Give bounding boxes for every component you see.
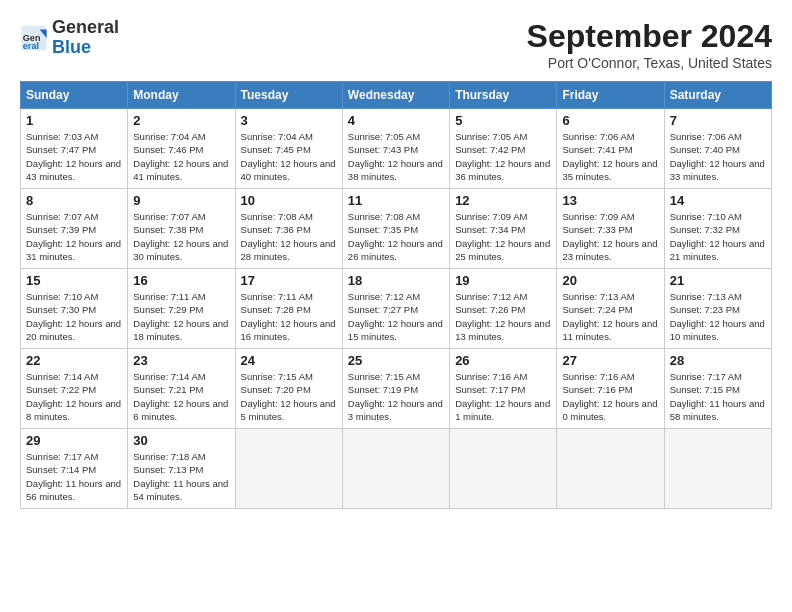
svg-text:eral: eral [23,41,39,51]
day-number: 19 [455,273,551,288]
calendar: Sunday Monday Tuesday Wednesday Thursday… [20,81,772,509]
calendar-day-4: 4Sunrise: 7:05 AMSunset: 7:43 PMDaylight… [342,109,449,189]
calendar-day-22: 22Sunrise: 7:14 AMSunset: 7:22 PMDayligh… [21,349,128,429]
day-number: 4 [348,113,444,128]
calendar-day-empty [450,429,557,509]
day-info: Sunrise: 7:18 AMSunset: 7:13 PMDaylight:… [133,450,229,503]
day-info: Sunrise: 7:08 AMSunset: 7:35 PMDaylight:… [348,210,444,263]
calendar-day-12: 12Sunrise: 7:09 AMSunset: 7:34 PMDayligh… [450,189,557,269]
day-info: Sunrise: 7:11 AMSunset: 7:29 PMDaylight:… [133,290,229,343]
calendar-day-16: 16Sunrise: 7:11 AMSunset: 7:29 PMDayligh… [128,269,235,349]
calendar-day-empty [235,429,342,509]
logo-general: General [52,17,119,37]
calendar-day-11: 11Sunrise: 7:08 AMSunset: 7:35 PMDayligh… [342,189,449,269]
day-info: Sunrise: 7:05 AMSunset: 7:43 PMDaylight:… [348,130,444,183]
day-info: Sunrise: 7:16 AMSunset: 7:17 PMDaylight:… [455,370,551,423]
month-title: September 2024 [527,18,772,55]
day-number: 13 [562,193,658,208]
calendar-day-6: 6Sunrise: 7:06 AMSunset: 7:41 PMDaylight… [557,109,664,189]
day-info: Sunrise: 7:14 AMSunset: 7:22 PMDaylight:… [26,370,122,423]
day-number: 16 [133,273,229,288]
day-number: 7 [670,113,766,128]
calendar-day-30: 30Sunrise: 7:18 AMSunset: 7:13 PMDayligh… [128,429,235,509]
day-number: 2 [133,113,229,128]
day-number: 1 [26,113,122,128]
header-tuesday: Tuesday [235,82,342,109]
day-number: 29 [26,433,122,448]
day-number: 28 [670,353,766,368]
calendar-day-20: 20Sunrise: 7:13 AMSunset: 7:24 PMDayligh… [557,269,664,349]
day-info: Sunrise: 7:04 AMSunset: 7:45 PMDaylight:… [241,130,337,183]
day-info: Sunrise: 7:07 AMSunset: 7:38 PMDaylight:… [133,210,229,263]
day-number: 8 [26,193,122,208]
calendar-week-3: 15Sunrise: 7:10 AMSunset: 7:30 PMDayligh… [21,269,772,349]
weekday-header-row: Sunday Monday Tuesday Wednesday Thursday… [21,82,772,109]
day-number: 25 [348,353,444,368]
title-area: September 2024 Port O'Connor, Texas, Uni… [527,18,772,71]
header-wednesday: Wednesday [342,82,449,109]
logo-icon: Gen eral [20,24,48,52]
day-number: 21 [670,273,766,288]
calendar-day-13: 13Sunrise: 7:09 AMSunset: 7:33 PMDayligh… [557,189,664,269]
day-number: 5 [455,113,551,128]
calendar-day-27: 27Sunrise: 7:16 AMSunset: 7:16 PMDayligh… [557,349,664,429]
calendar-week-2: 8Sunrise: 7:07 AMSunset: 7:39 PMDaylight… [21,189,772,269]
day-number: 23 [133,353,229,368]
day-info: Sunrise: 7:09 AMSunset: 7:34 PMDaylight:… [455,210,551,263]
day-info: Sunrise: 7:05 AMSunset: 7:42 PMDaylight:… [455,130,551,183]
day-number: 18 [348,273,444,288]
calendar-day-23: 23Sunrise: 7:14 AMSunset: 7:21 PMDayligh… [128,349,235,429]
calendar-day-29: 29Sunrise: 7:17 AMSunset: 7:14 PMDayligh… [21,429,128,509]
calendar-day-9: 9Sunrise: 7:07 AMSunset: 7:38 PMDaylight… [128,189,235,269]
day-info: Sunrise: 7:12 AMSunset: 7:27 PMDaylight:… [348,290,444,343]
day-info: Sunrise: 7:06 AMSunset: 7:40 PMDaylight:… [670,130,766,183]
calendar-day-2: 2Sunrise: 7:04 AMSunset: 7:46 PMDaylight… [128,109,235,189]
day-number: 26 [455,353,551,368]
calendar-day-empty [557,429,664,509]
day-number: 3 [241,113,337,128]
day-number: 22 [26,353,122,368]
location: Port O'Connor, Texas, United States [527,55,772,71]
calendar-day-empty [342,429,449,509]
day-number: 20 [562,273,658,288]
calendar-day-1: 1Sunrise: 7:03 AMSunset: 7:47 PMDaylight… [21,109,128,189]
calendar-day-26: 26Sunrise: 7:16 AMSunset: 7:17 PMDayligh… [450,349,557,429]
day-number: 15 [26,273,122,288]
calendar-day-14: 14Sunrise: 7:10 AMSunset: 7:32 PMDayligh… [664,189,771,269]
day-info: Sunrise: 7:13 AMSunset: 7:23 PMDaylight:… [670,290,766,343]
calendar-day-21: 21Sunrise: 7:13 AMSunset: 7:23 PMDayligh… [664,269,771,349]
day-info: Sunrise: 7:14 AMSunset: 7:21 PMDaylight:… [133,370,229,423]
calendar-day-15: 15Sunrise: 7:10 AMSunset: 7:30 PMDayligh… [21,269,128,349]
day-info: Sunrise: 7:09 AMSunset: 7:33 PMDaylight:… [562,210,658,263]
logo: Gen eral General Blue [20,18,119,58]
day-number: 12 [455,193,551,208]
day-info: Sunrise: 7:11 AMSunset: 7:28 PMDaylight:… [241,290,337,343]
calendar-day-18: 18Sunrise: 7:12 AMSunset: 7:27 PMDayligh… [342,269,449,349]
day-info: Sunrise: 7:07 AMSunset: 7:39 PMDaylight:… [26,210,122,263]
day-info: Sunrise: 7:08 AMSunset: 7:36 PMDaylight:… [241,210,337,263]
calendar-day-28: 28Sunrise: 7:17 AMSunset: 7:15 PMDayligh… [664,349,771,429]
calendar-day-19: 19Sunrise: 7:12 AMSunset: 7:26 PMDayligh… [450,269,557,349]
calendar-day-5: 5Sunrise: 7:05 AMSunset: 7:42 PMDaylight… [450,109,557,189]
day-info: Sunrise: 7:04 AMSunset: 7:46 PMDaylight:… [133,130,229,183]
calendar-week-1: 1Sunrise: 7:03 AMSunset: 7:47 PMDaylight… [21,109,772,189]
day-info: Sunrise: 7:12 AMSunset: 7:26 PMDaylight:… [455,290,551,343]
day-info: Sunrise: 7:03 AMSunset: 7:47 PMDaylight:… [26,130,122,183]
calendar-day-7: 7Sunrise: 7:06 AMSunset: 7:40 PMDaylight… [664,109,771,189]
calendar-week-5: 29Sunrise: 7:17 AMSunset: 7:14 PMDayligh… [21,429,772,509]
header: Gen eral General Blue September 2024 Por… [20,18,772,71]
day-number: 17 [241,273,337,288]
header-sunday: Sunday [21,82,128,109]
day-number: 10 [241,193,337,208]
calendar-day-8: 8Sunrise: 7:07 AMSunset: 7:39 PMDaylight… [21,189,128,269]
day-info: Sunrise: 7:17 AMSunset: 7:15 PMDaylight:… [670,370,766,423]
day-info: Sunrise: 7:10 AMSunset: 7:32 PMDaylight:… [670,210,766,263]
calendar-day-empty [664,429,771,509]
day-number: 27 [562,353,658,368]
header-thursday: Thursday [450,82,557,109]
day-info: Sunrise: 7:13 AMSunset: 7:24 PMDaylight:… [562,290,658,343]
day-number: 14 [670,193,766,208]
header-friday: Friday [557,82,664,109]
calendar-day-17: 17Sunrise: 7:11 AMSunset: 7:28 PMDayligh… [235,269,342,349]
calendar-week-4: 22Sunrise: 7:14 AMSunset: 7:22 PMDayligh… [21,349,772,429]
